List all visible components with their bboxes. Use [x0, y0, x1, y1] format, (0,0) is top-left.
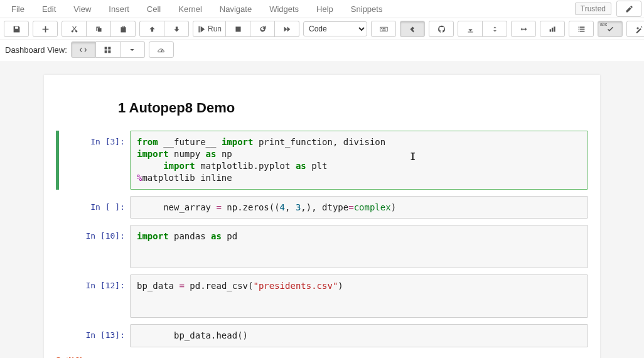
- svg-rect-7: [382, 30, 386, 30]
- chart-button[interactable]: [540, 21, 565, 37]
- github-button[interactable]: [429, 21, 454, 37]
- cell-input[interactable]: import pandas as pd: [130, 225, 588, 268]
- dashboard-grid-button[interactable]: [96, 41, 121, 58]
- paste-button[interactable]: [111, 21, 136, 37]
- command-palette-button[interactable]: [371, 21, 396, 37]
- list-button[interactable]: [569, 21, 594, 37]
- output-prompt: Out[13]:: [55, 353, 84, 358]
- input-prompt: In [12]:: [56, 274, 130, 318]
- refresh-icon: [259, 25, 267, 33]
- menu-cell[interactable]: Cell: [138, 1, 169, 18]
- menu-snippets[interactable]: Snippets: [342, 1, 392, 18]
- cell-type-select[interactable]: Code: [303, 21, 367, 36]
- table-header: Party: [489, 353, 534, 358]
- cell-input[interactable]: new_array = np.zeros((4, 3,), dtype=comp…: [130, 196, 588, 219]
- copy-button[interactable]: [87, 21, 111, 37]
- code-editor[interactable]: from __future__ import print_function, d…: [137, 136, 581, 184]
- menu-edit[interactable]: Edit: [33, 1, 65, 18]
- interrupt-button[interactable]: [226, 21, 250, 37]
- toggle-width-button[interactable]: [511, 21, 536, 37]
- dashboard-code-button[interactable]: [71, 41, 96, 58]
- gauge-icon: [157, 46, 165, 54]
- dashboard-toolbar: Dashboard View:: [0, 40, 644, 62]
- text-cursor-icon: I: [410, 150, 416, 164]
- svg-rect-8: [549, 29, 550, 31]
- cell-input[interactable]: bp_data = pd.read_csv("presidents.csv"): [130, 274, 588, 318]
- svg-rect-16: [580, 30, 584, 31]
- svg-rect-3: [380, 27, 387, 31]
- svg-rect-13: [578, 28, 579, 30]
- paste-icon: [119, 25, 127, 33]
- restart-run-all-button[interactable]: [275, 21, 299, 37]
- insert-cell-button[interactable]: [33, 21, 58, 37]
- menubar: FileEditViewInsertCellKernelNavigateWidg…: [0, 0, 644, 18]
- code-cell[interactable]: In [ ]: new_array = np.zeros((4, 3,), dt…: [55, 195, 589, 220]
- pencil-icon: [625, 5, 633, 13]
- scissors-icon: [70, 25, 78, 33]
- move-up-button[interactable]: [139, 21, 164, 37]
- input-prompt: In [ ]:: [56, 196, 130, 219]
- svg-point-0: [71, 30, 73, 32]
- cell-input[interactable]: from __future__ import print_function, d…: [130, 131, 588, 190]
- spellcheck-button[interactable]: abc: [598, 21, 623, 37]
- svg-rect-2: [235, 26, 240, 31]
- menu-insert[interactable]: Insert: [100, 1, 138, 18]
- magic-icon: [635, 25, 643, 33]
- svg-rect-5: [382, 28, 384, 28]
- dashboard-view-label: Dashboard View:: [5, 45, 67, 55]
- arrows-h-icon: [520, 25, 528, 33]
- menu-file[interactable]: File: [3, 1, 33, 18]
- bar-chart-icon: [549, 25, 557, 33]
- svg-rect-19: [105, 50, 107, 53]
- code-editor[interactable]: bp_data.head(): [137, 330, 581, 342]
- menu-view[interactable]: View: [65, 1, 100, 18]
- dashboard-caret-button[interactable]: [121, 41, 145, 58]
- svg-rect-6: [384, 28, 385, 28]
- grid-icon: [104, 46, 112, 54]
- keyboard-icon: [380, 25, 388, 33]
- notebook: 1 Autopep8 Demo In [3]:from __future__ i…: [44, 75, 600, 358]
- dashboard-gauge-button[interactable]: [149, 41, 174, 58]
- run-button[interactable]: Run: [193, 21, 226, 37]
- trusted-badge[interactable]: Trusted: [575, 3, 611, 15]
- output-row: Out[13]: PresidencyPresidentWikipedia En…: [55, 353, 589, 358]
- notebook-heading: 1 Autopep8 Demo: [118, 100, 589, 116]
- restart-button[interactable]: [250, 21, 275, 37]
- collapse-up-button[interactable]: [458, 21, 483, 37]
- svg-point-1: [75, 30, 77, 32]
- cut-button[interactable]: [62, 21, 87, 37]
- save-button[interactable]: [4, 21, 29, 37]
- move-down-button[interactable]: [164, 21, 189, 37]
- updown-icon: [491, 25, 499, 33]
- plus-icon: [41, 25, 50, 33]
- table-header: Left office: [421, 353, 489, 358]
- svg-rect-17: [105, 46, 107, 49]
- menu-navigate[interactable]: Navigate: [211, 1, 260, 18]
- table-header: Presidency: [109, 353, 183, 358]
- table-header: President: [184, 353, 250, 358]
- input-prompt: In [3]:: [56, 131, 130, 190]
- svg-rect-9: [551, 28, 552, 32]
- autopep8-button[interactable]: [400, 21, 425, 37]
- code-cell[interactable]: In [12]:bp_data = pd.read_csv("president…: [55, 274, 589, 318]
- edit-pencil-button[interactable]: [616, 1, 641, 17]
- caret-down-icon: [128, 46, 136, 54]
- menu-kernel[interactable]: Kernel: [169, 1, 211, 18]
- code-editor[interactable]: bp_data = pd.read_csv("presidents.csv"): [137, 280, 581, 292]
- magic-button[interactable]: [626, 21, 644, 37]
- code-cell[interactable]: In [10]:import pandas as pd: [55, 224, 589, 269]
- code-editor[interactable]: import pandas as pd: [137, 231, 581, 242]
- code-cell[interactable]: In [13]: bp_data.head(): [55, 323, 589, 348]
- code-editor[interactable]: new_array = np.zeros((4, 3,), dtype=comp…: [137, 202, 581, 214]
- collapse-down-button[interactable]: [483, 21, 507, 37]
- svg-rect-4: [381, 28, 382, 28]
- chevron-up-icon: [466, 25, 475, 33]
- cell-input[interactable]: bp_data.head(): [130, 324, 588, 347]
- menu-help[interactable]: Help: [308, 1, 342, 18]
- code-cell[interactable]: In [3]:from __future__ import print_func…: [55, 130, 589, 190]
- svg-rect-10: [554, 26, 555, 31]
- svg-rect-14: [580, 28, 584, 30]
- input-prompt: In [13]:: [56, 324, 130, 347]
- menu-widgets[interactable]: Widgets: [260, 1, 308, 18]
- run-label: Run: [208, 24, 222, 33]
